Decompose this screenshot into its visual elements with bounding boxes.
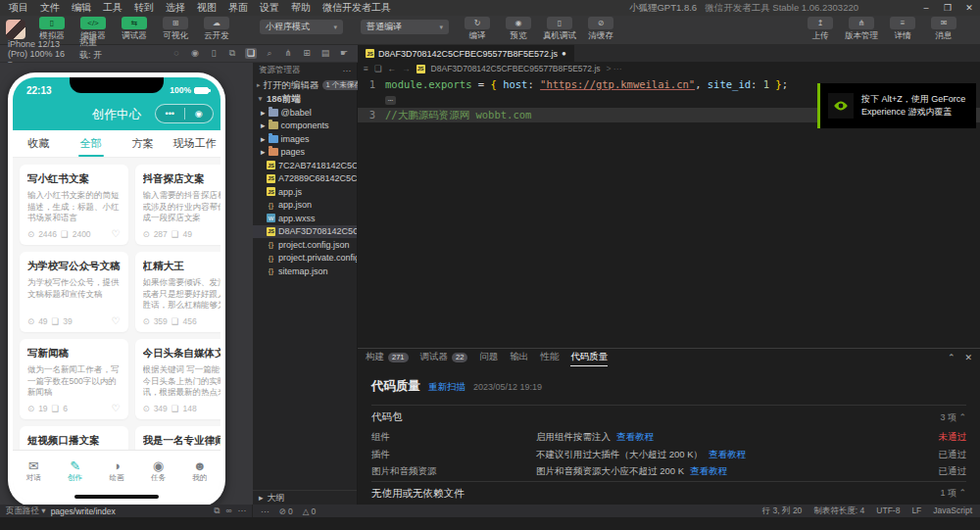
back-icon[interactable]: ← [388, 64, 397, 73]
editor-tab[interactable]: JS D8AF3D708142C5CFBEC95577B8F5E572.js ● [358, 45, 574, 62]
page-path-value[interactable]: pages/write/index [51, 506, 116, 516]
error-count[interactable]: ⊘ 0 [279, 506, 293, 516]
上传-button[interactable]: ↥上传 [804, 17, 837, 42]
prompt-card[interactable]: 抖音探店文案输入需要的抖音探店标题或涉及的行业内容帮你生成一段探店文案⊙287❑… [135, 165, 221, 245]
tutorial-link[interactable]: 查看教程 [690, 465, 727, 476]
collapse-panel-icon[interactable]: ⌃ [948, 353, 956, 362]
menu-item-帮助[interactable]: 帮助 [286, 0, 316, 16]
tabbar-我的[interactable]: ☻我的 [179, 451, 220, 491]
layout-grid-icon[interactable]: ⊞ [301, 48, 313, 59]
warning-count[interactable]: △ 0 [303, 506, 317, 516]
file-tree-item[interactable]: {}project.config.json [253, 238, 357, 252]
debug-tab-代码质量[interactable]: 代码质量 [570, 349, 608, 366]
menu-item-选择[interactable]: 选择 [161, 0, 190, 16]
prompt-card[interactable]: 短视频口播文案我可以帮你写一个简短、生动、易于理解、突出重点的短视频口播文案，通… [20, 426, 128, 450]
bookmark-icon[interactable]: ❏ [374, 64, 382, 73]
page-path-dropdown[interactable]: 页面路径 ▾ [6, 506, 46, 517]
debug-tab-性能[interactable]: 性能 [540, 349, 559, 366]
file-tree-item[interactable]: JSD8AF3D708142C5CFBE... [253, 225, 357, 239]
status-item[interactable]: 制表符长度: 4 [813, 506, 864, 517]
status-item[interactable]: JavaScript [933, 506, 972, 517]
status-more-icon[interactable]: ⋯ [261, 506, 270, 516]
file-tree-item[interactable]: ▸pages [253, 146, 357, 160]
maximize-icon[interactable]: ❐ [937, 0, 958, 16]
minimize-icon[interactable]: – [915, 0, 937, 16]
more-menu-button[interactable]: ••• [156, 105, 184, 122]
真机调试-button[interactable]: ▯真机调试 [543, 17, 576, 42]
debug-tab-调试器[interactable]: 调试器22 [420, 349, 468, 366]
code-editor[interactable]: 按下 Alt+Z，使用 GeForce Experience 游戏内覆盖 1mo… [358, 75, 980, 348]
menu-item-文件[interactable]: 文件 [35, 0, 65, 16]
tabbar-对话[interactable]: ✉对话 [13, 451, 54, 491]
file-tree-item[interactable]: ▸images [253, 132, 357, 146]
云开发-button[interactable]: ☁云开发 [200, 17, 233, 42]
prompt-card[interactable]: 为学校写公众号文稿为学校写作公众号，提供文稿标题和宣传文稿⊙49❑39♡ [20, 252, 128, 332]
file-tree-item[interactable]: {}sitemap.json [253, 265, 357, 278]
like-icon[interactable]: ♡ [112, 403, 121, 413]
mode-select[interactable]: 小程序模式▾ [260, 20, 343, 34]
menu-item-微信开发者工具[interactable]: 微信开发者工具 [318, 0, 396, 16]
menu-item-编辑[interactable]: 编辑 [67, 0, 96, 16]
inspect-icon[interactable]: ◌ [171, 48, 182, 59]
debug-tab-问题[interactable]: 问题 [479, 349, 498, 366]
search-icon[interactable]: ⌕ [264, 48, 275, 59]
more-icon[interactable]: ⋯ [238, 506, 247, 516]
like-icon[interactable]: ♡ [112, 228, 121, 239]
quality-section-header[interactable]: 无使用或无依赖文件1 项 ⌃ [371, 481, 966, 506]
预览-button[interactable]: ◉预览 [502, 17, 535, 42]
file-tree-item[interactable]: Wapp.wxss [253, 212, 357, 225]
file-tree-item[interactable]: JS7C2AB7418142C5CF1A... [253, 159, 357, 172]
file-list-icon[interactable]: ▤ [319, 48, 331, 59]
menu-item-界面[interactable]: 界面 [223, 0, 253, 16]
close-icon[interactable]: ✕ [958, 0, 980, 16]
debug-tab-构建[interactable]: 构建271 [366, 349, 409, 366]
record-icon[interactable]: ◉ [189, 48, 201, 59]
prompt-card[interactable]: 写新闻稿做为一名新闻工作者，写一篇字数在500字以内的新闻稿⊙19❑6♡ [20, 339, 128, 419]
详情-button[interactable]: ≡详情 [886, 17, 919, 42]
status-item[interactable]: LF [911, 506, 921, 517]
device-icon[interactable]: ▯ [208, 48, 220, 59]
compile-mode-select[interactable]: 普通编译▾ [361, 20, 449, 34]
menu-icon[interactable]: ≡ [364, 64, 368, 73]
menu-item-转到[interactable]: 转到 [129, 0, 159, 16]
outline-section[interactable]: ▸ 大纲 [253, 490, 357, 505]
tabbar-绘画[interactable]: ◑绘画 [96, 451, 137, 491]
编译-button[interactable]: ↻编译 [461, 17, 494, 42]
调试器-button[interactable]: ⇆调试器 [118, 17, 151, 42]
tab-现场工作[interactable]: 现场工作 [169, 130, 220, 157]
explorer-more-icon[interactable]: ⋯ [343, 66, 352, 75]
file-tree-item[interactable]: {}app.json [253, 199, 357, 213]
rescan-link[interactable]: 重新扫描 [428, 381, 466, 394]
tabbar-创作[interactable]: ✎创作 [54, 451, 95, 491]
fork-icon[interactable]: ⋔ [282, 48, 294, 59]
file-clock-icon[interactable]: ❏ [245, 48, 257, 59]
close-capsule-button[interactable]: ◉ [185, 105, 214, 122]
menu-item-工具[interactable]: 工具 [98, 0, 127, 16]
file-tree-item[interactable]: ▸@babel [253, 106, 357, 120]
file-tree-item[interactable]: ▸components [253, 120, 357, 133]
breadcrumb-more[interactable]: > ⋯ [607, 64, 622, 73]
debug-tab-输出[interactable]: 输出 [510, 349, 528, 366]
tutorial-link[interactable]: 查看教程 [616, 431, 654, 442]
open-editors-row[interactable]: ▸ 打开的编辑器 1 个未保存 [253, 78, 357, 92]
tutorial-link[interactable]: 查看教程 [709, 449, 746, 459]
status-item[interactable]: UTF-8 [876, 506, 900, 517]
file-tree-item[interactable]: {}project.private.config.js... [253, 252, 357, 265]
project-root-row[interactable]: ▾ 186前端 [253, 92, 357, 106]
breadcrumb-file[interactable]: D8AF3D708142C5CFBEC95577B8F5E572.js [431, 64, 601, 73]
tab-全部[interactable]: 全部 [65, 130, 117, 157]
tab-方案[interactable]: 方案 [117, 130, 169, 157]
prompt-card[interactable]: 写小红书文案输入小红书文案的的简短描述，生成：标题、小红书场景和语言⊙2446❑… [20, 165, 128, 245]
版本管理-button[interactable]: ⋔版本管理 [845, 17, 878, 42]
tabbar-任务[interactable]: ◉任务 [137, 451, 178, 491]
close-panel-icon[interactable]: ✕ [964, 353, 972, 362]
menu-item-视图[interactable]: 视图 [192, 0, 221, 16]
like-icon[interactable]: ♡ [112, 315, 121, 326]
tab-收藏[interactable]: 收藏 [13, 130, 65, 157]
menu-item-项目[interactable]: 项目 [4, 0, 33, 16]
file-tree-item[interactable]: JSapp.js [253, 185, 357, 199]
windows-icon[interactable]: ⧉ [226, 48, 238, 59]
copy-icon[interactable]: ⧉ [214, 506, 220, 516]
avatar[interactable] [6, 20, 25, 39]
forward-icon[interactable]: → [402, 64, 411, 73]
